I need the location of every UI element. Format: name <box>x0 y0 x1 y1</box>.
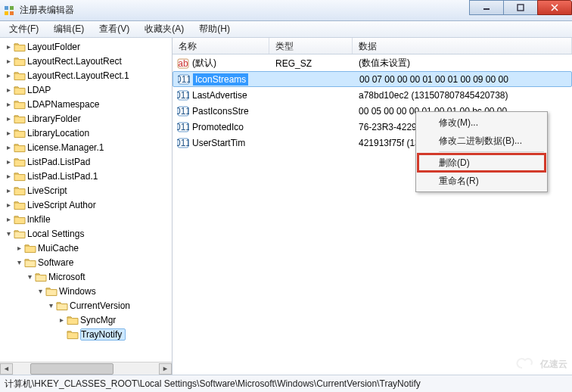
statusbar: 计算机\HKEY_CLASSES_ROOT\Local Settings\Sof… <box>0 375 572 392</box>
tree-hscrollbar[interactable]: ◄ ► <box>0 362 172 375</box>
ctx-modify-binary[interactable]: 修改二进制数据(B)... <box>418 132 546 150</box>
tree-item-label: LayoutRect.LayoutRect.1 <box>27 70 129 81</box>
expand-icon[interactable]: ▸ <box>3 172 14 180</box>
list-row[interactable]: 011LastAdvertise a78bd10ec2 (13150780784… <box>173 87 572 103</box>
tree-item[interactable]: ▸ LayoutFolder <box>3 39 172 54</box>
expand-icon[interactable]: ▸ <box>3 57 14 65</box>
value-data: a78bd10ec2 (131507807845420738) <box>353 90 572 101</box>
app-icon <box>3 5 15 17</box>
list-row[interactable]: ab(默认) REG_SZ (数值未设置) <box>173 55 572 71</box>
expand-icon[interactable]: ▸ <box>3 201 14 209</box>
menu-fav[interactable]: 收藏夹(A) <box>137 21 191 37</box>
value-data: 00 07 00 00 00 01 00 01 00 09 00 00 <box>353 74 568 85</box>
folder-icon <box>14 170 26 182</box>
tree-item[interactable]: ▾ Local Settings <box>3 226 172 241</box>
expand-icon[interactable]: ▾ <box>3 229 14 238</box>
tree-item[interactable]: ▾ Windows <box>3 284 172 298</box>
tree-item-label: LibraryFolder <box>27 114 81 124</box>
minimize-button[interactable] <box>469 0 504 15</box>
svg-text:011: 011 <box>177 90 189 101</box>
folder-icon <box>14 199 26 211</box>
tree-item[interactable]: ▸ LayoutRect.LayoutRect <box>3 54 172 68</box>
expand-icon[interactable]: ▸ <box>3 100 14 108</box>
expand-icon[interactable]: ▸ <box>3 71 14 79</box>
tree-item[interactable]: ▸ LayoutRect.LayoutRect.1 <box>3 68 172 82</box>
tree-item-label: CurrentVersion <box>70 300 130 311</box>
expand-icon[interactable]: ▸ <box>56 316 67 324</box>
tree-item-label: ListPad.ListPad <box>27 157 90 167</box>
context-menu: 修改(M)... 修改二进制数据(B)... 删除(D) 重命名(R) <box>415 111 548 192</box>
binary-value-icon: 011 <box>177 105 189 117</box>
expand-icon[interactable]: ▾ <box>35 287 45 295</box>
expand-icon[interactable]: ▾ <box>45 301 56 310</box>
tree-item-label: ListPad.ListPad.1 <box>27 171 98 182</box>
expand-icon[interactable]: ▸ <box>3 215 14 223</box>
tree-item[interactable]: ▸ LDAPNamespace <box>3 97 172 111</box>
expand-icon[interactable]: ▾ <box>14 258 24 266</box>
tree-scroll[interactable]: ▸ LayoutFolder▸ LayoutRect.LayoutRect▸ L… <box>0 38 172 362</box>
ctx-modify[interactable]: 修改(M)... <box>418 114 546 132</box>
maximize-button[interactable] <box>503 0 538 15</box>
menu-help[interactable]: 帮助(H) <box>191 21 238 37</box>
expand-icon[interactable]: ▸ <box>3 157 14 166</box>
expand-icon[interactable]: ▸ <box>14 244 24 252</box>
folder-icon <box>67 328 79 341</box>
svg-rect-3 <box>10 11 14 15</box>
menu-file[interactable]: 文件(F) <box>2 21 46 37</box>
tree-item[interactable]: ▸ LiveScript Author <box>3 198 172 212</box>
expand-icon[interactable]: ▸ <box>3 143 14 151</box>
ctx-delete[interactable]: 删除(D) <box>418 154 546 172</box>
col-name[interactable]: 名称 <box>173 38 269 54</box>
tree-item[interactable]: ▸ ListPad.ListPad.1 <box>3 169 172 183</box>
expand-icon[interactable]: ▾ <box>24 272 35 281</box>
col-type[interactable]: 类型 <box>269 38 353 54</box>
svg-text:ab: ab <box>178 58 188 69</box>
folder-icon <box>14 98 26 110</box>
tree-item[interactable]: ▾ Microsoft <box>3 269 172 284</box>
list-row[interactable]: 011IconStreams 00 07 00 00 00 01 00 01 0… <box>173 71 572 87</box>
folder-icon <box>14 213 26 226</box>
folder-icon <box>14 127 26 139</box>
tree-item[interactable]: ▾ CurrentVersion <box>3 298 172 313</box>
folder-icon <box>24 242 36 254</box>
menu-view[interactable]: 查看(V) <box>92 21 137 37</box>
folder-icon <box>24 257 36 269</box>
col-data[interactable]: 数据 <box>353 38 572 54</box>
tree-item[interactable]: ▸ ListPad.ListPad <box>3 154 172 169</box>
tree-item[interactable]: ▸ SyncMgr <box>3 313 172 327</box>
svg-rect-2 <box>5 11 8 15</box>
expand-icon[interactable]: ▸ <box>3 86 14 94</box>
window-title: 注册表编辑器 <box>20 4 74 17</box>
folder-icon <box>14 156 26 168</box>
tree-item[interactable]: ▾ Software <box>3 255 172 269</box>
expand-icon[interactable]: ▸ <box>3 42 14 51</box>
tree-item[interactable]: ▸ LibraryFolder <box>3 111 172 126</box>
tree-item-label: MuiCache <box>38 243 79 254</box>
expand-icon[interactable]: ▸ <box>3 186 14 194</box>
tree-item[interactable]: TrayNotify <box>3 327 172 341</box>
value-name: PastIconsStre <box>192 106 249 117</box>
tree-item[interactable]: ▸ lnkfile <box>3 212 172 226</box>
tree-item-label: LayoutRect.LayoutRect <box>27 56 122 67</box>
menu-edit[interactable]: 编辑(E) <box>46 21 92 37</box>
scroll-thumb[interactable] <box>30 363 113 375</box>
svg-rect-5 <box>518 5 524 11</box>
titlebar: 注册表编辑器 <box>0 0 572 21</box>
scroll-left-icon[interactable]: ◄ <box>0 363 13 375</box>
tree-item[interactable]: ▸ LiveScript <box>3 183 172 198</box>
ctx-rename[interactable]: 重命名(R) <box>418 172 546 190</box>
expand-icon[interactable]: ▸ <box>3 114 14 123</box>
value-name: (默认) <box>192 57 216 70</box>
expand-icon[interactable]: ▸ <box>3 129 14 137</box>
tree-item[interactable]: ▸ MuiCache <box>3 241 172 255</box>
tree-item[interactable]: ▸ LDAP <box>3 82 172 97</box>
tree-item[interactable]: ▸ License.Manager.1 <box>3 140 172 154</box>
tree-item-label: LayoutFolder <box>27 42 80 52</box>
folder-icon <box>14 55 26 67</box>
list-pane: 名称 类型 数据 ab(默认) REG_SZ (数值未设置)011IconStr… <box>173 38 572 375</box>
tree-item[interactable]: ▸ LibraryLocation <box>3 126 172 140</box>
close-button[interactable] <box>537 0 572 15</box>
value-name: UserStartTim <box>192 138 245 148</box>
scroll-right-icon[interactable]: ► <box>159 363 172 375</box>
folder-icon <box>45 285 58 297</box>
